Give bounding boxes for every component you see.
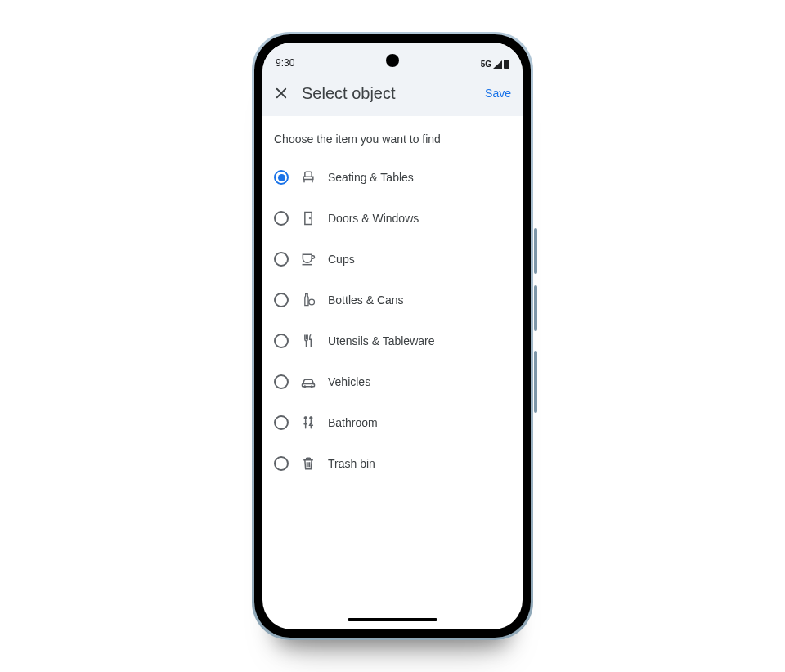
option-label: Utensils & Tableware: [328, 334, 434, 347]
option-label: Vehicles: [328, 375, 370, 388]
option-label: Bathroom: [328, 416, 378, 429]
chair-icon: [300, 169, 316, 186]
radio-cups[interactable]: [274, 252, 289, 267]
phone-frame: 9:30 5G Select object Save Ch: [252, 32, 533, 640]
option-utensils[interactable]: Utensils & Tableware: [274, 320, 511, 361]
gesture-nav-bar: [348, 618, 437, 621]
radio-bathroom[interactable]: [274, 415, 289, 430]
door-icon: [300, 210, 316, 226]
restroom-icon: [300, 414, 316, 431]
trash-icon: [300, 455, 316, 472]
signal-icon: [493, 60, 502, 69]
option-list: Seating & TablesDoors & WindowsCupsBottl…: [274, 157, 511, 484]
option-label: Seating & Tables: [328, 171, 414, 184]
radio-bottles-cans[interactable]: [274, 293, 289, 307]
option-cups[interactable]: Cups: [274, 239, 511, 280]
option-bathroom[interactable]: Bathroom: [274, 402, 511, 443]
prompt-text: Choose the item you want to find: [274, 132, 511, 146]
close-icon[interactable]: [274, 86, 289, 101]
option-label: Trash bin: [328, 457, 375, 470]
option-doors-windows[interactable]: Doors & Windows: [274, 198, 511, 239]
volume-down-button: [534, 285, 537, 331]
bottle-icon: [300, 292, 316, 308]
status-time: 9:30: [276, 57, 294, 69]
radio-seating-tables[interactable]: [274, 170, 289, 185]
option-bottles-cans[interactable]: Bottles & Cans: [274, 280, 511, 320]
option-label: Doors & Windows: [328, 212, 419, 225]
radio-trash-bin[interactable]: [274, 456, 289, 471]
option-label: Bottles & Cans: [328, 293, 404, 307]
power-button: [534, 351, 537, 413]
radio-vehicles[interactable]: [274, 374, 289, 389]
battery-icon: [504, 60, 509, 69]
save-button[interactable]: Save: [485, 87, 511, 100]
cup-icon: [300, 251, 316, 267]
option-label: Cups: [328, 253, 355, 266]
volume-up-button: [534, 228, 537, 274]
option-seating-tables[interactable]: Seating & Tables: [274, 157, 511, 198]
radio-utensils[interactable]: [274, 334, 289, 348]
front-camera: [386, 54, 399, 67]
utensils-icon: [300, 333, 316, 349]
app-bar: Select object Save: [262, 70, 523, 116]
option-trash-bin[interactable]: Trash bin: [274, 443, 511, 484]
car-icon: [300, 374, 316, 390]
option-vehicles[interactable]: Vehicles: [274, 361, 511, 402]
network-label: 5G: [481, 60, 491, 69]
content-area: Choose the item you want to find Seating…: [262, 116, 523, 484]
page-title: Select object: [302, 84, 472, 103]
radio-doors-windows[interactable]: [274, 211, 289, 226]
